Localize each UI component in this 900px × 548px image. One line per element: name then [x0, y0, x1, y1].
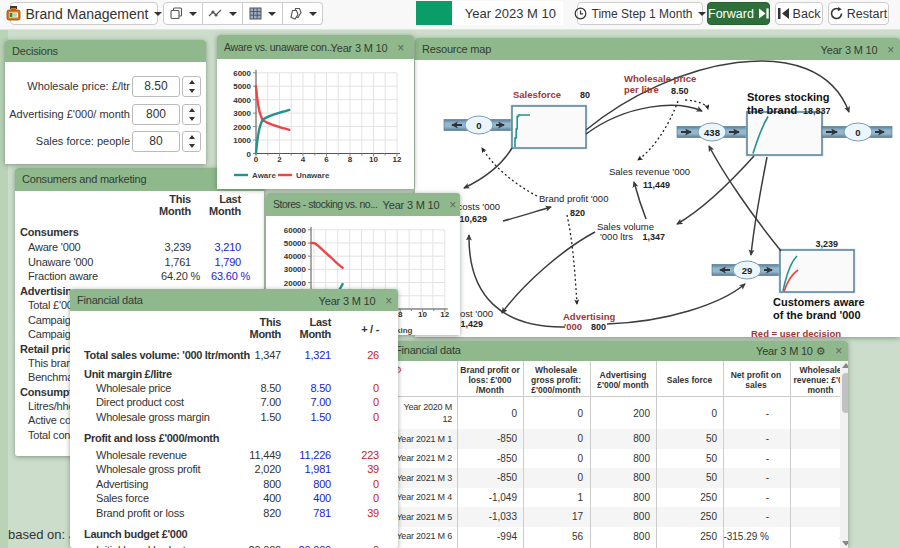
svg-text:10,629: 10,629: [459, 214, 487, 224]
svg-text:20000: 20000: [284, 279, 307, 288]
svg-text:0: 0: [476, 120, 481, 131]
svg-text:Customers aware: Customers aware: [773, 296, 865, 308]
svg-text:'000 ltrs: '000 ltrs: [600, 231, 633, 242]
svg-text:10: 10: [418, 310, 427, 319]
svg-text:30000: 30000: [284, 265, 307, 274]
svg-text:80: 80: [580, 90, 590, 100]
svg-text:Aware: Aware: [252, 171, 276, 180]
svg-text:Sales revenue '000: Sales revenue '000: [609, 166, 690, 177]
svg-text:0: 0: [254, 155, 259, 164]
svg-text:2: 2: [277, 155, 282, 164]
svg-text:2000: 2000: [233, 123, 251, 132]
svg-text:Unaware: Unaware: [296, 171, 330, 180]
svg-text:5000: 5000: [233, 82, 251, 91]
svg-text:11,449: 11,449: [643, 180, 670, 190]
svg-text:Salesforce: Salesforce: [513, 89, 561, 100]
svg-text:8.50: 8.50: [671, 86, 689, 96]
svg-text:1,429: 1,429: [460, 319, 483, 329]
svg-text:6000: 6000: [233, 69, 251, 78]
svg-text:4: 4: [301, 155, 306, 164]
svg-text:per litre: per litre: [624, 84, 659, 95]
svg-text:Stores stocking: Stores stocking: [747, 91, 830, 103]
svg-text:0: 0: [855, 127, 860, 138]
svg-text:820: 820: [570, 208, 585, 218]
svg-text:60000: 60000: [284, 226, 307, 235]
svg-text:6: 6: [324, 155, 329, 164]
svg-text:the brand: the brand: [747, 104, 797, 116]
svg-text:50000: 50000: [284, 239, 307, 248]
svg-text:Red = user decision: Red = user decision: [751, 328, 841, 337]
svg-text:29: 29: [742, 265, 753, 276]
svg-text:12: 12: [440, 310, 449, 319]
svg-text:18,837: 18,837: [803, 106, 831, 116]
svg-text:40000: 40000: [284, 252, 307, 261]
svg-text:438: 438: [704, 127, 720, 138]
svg-text:1000: 1000: [233, 136, 251, 145]
svg-text:4000: 4000: [233, 96, 251, 105]
svg-text:'000: '000: [564, 321, 582, 332]
svg-text:10: 10: [369, 155, 378, 164]
svg-text:8: 8: [348, 155, 353, 164]
svg-text:Brand profit '000: Brand profit '000: [539, 193, 608, 204]
svg-text:8: 8: [398, 310, 403, 319]
svg-text:Wholesale price: Wholesale price: [624, 73, 696, 84]
svg-text:of the brand '000: of the brand '000: [773, 309, 861, 321]
svg-text:0: 0: [247, 150, 252, 159]
svg-text:1,347: 1,347: [642, 232, 665, 242]
svg-text:3,239: 3,239: [815, 239, 838, 249]
svg-text:3000: 3000: [233, 109, 251, 118]
svg-text:12: 12: [393, 155, 402, 164]
svg-text:800: 800: [591, 322, 606, 332]
